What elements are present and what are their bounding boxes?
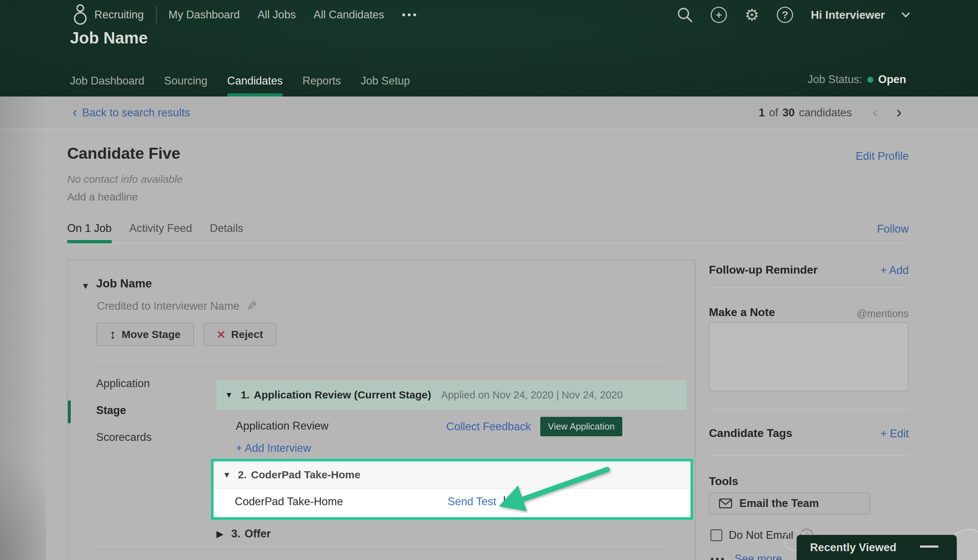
caret-right-icon[interactable]: ▶ (217, 528, 223, 540)
more-options-icon[interactable]: ••• (710, 553, 726, 560)
email-the-team-button[interactable]: Email the Team (709, 492, 870, 514)
candidate-tags-title: Candidate Tags (709, 427, 792, 440)
divider (709, 455, 909, 456)
candidate-tabs: On 1 Job Activity Feed Details (67, 222, 243, 243)
add-headline-link[interactable]: Add a headline (67, 191, 138, 203)
job-status-label: Job Status: (808, 73, 862, 86)
prev-candidate-icon[interactable]: ‹ (872, 103, 878, 120)
tab-details[interactable]: Details (210, 222, 243, 243)
pager-noun: candidates (799, 107, 852, 119)
caret-down-icon[interactable]: ▼ (225, 390, 233, 400)
next-candidate-icon[interactable]: › (896, 103, 901, 120)
stage-actions: ↕ Move Stage ✕ Reject (96, 323, 277, 346)
edit-tags-link[interactable]: + Edit (880, 427, 909, 440)
divider (709, 287, 909, 288)
recently-viewed-panel: Recently Viewed (796, 535, 957, 560)
back-to-search-link[interactable]: ‹ Back to search results (72, 107, 190, 119)
job-page-title: Job Name (70, 28, 148, 47)
user-menu[interactable]: Hi Interviewer (811, 8, 885, 22)
reject-label: Reject (231, 328, 263, 340)
product-name: Recruiting (94, 8, 144, 21)
interview-name: Application Review (236, 420, 328, 432)
mentions-hint[interactable]: @mentions (857, 308, 909, 320)
pager-of: of (769, 107, 778, 119)
tab-candidates[interactable]: Candidates (227, 75, 283, 97)
search-icon[interactable] (677, 7, 693, 23)
top-nav: My Dashboard All Jobs All Candidates (169, 8, 384, 21)
back-to-search-label: Back to search results (82, 107, 190, 119)
collect-feedback-link[interactable]: Collect Feedback (446, 420, 531, 433)
nav-my-dashboard[interactable]: My Dashboard (169, 8, 240, 21)
divider (96, 546, 668, 547)
tab-sourcing[interactable]: Sourcing (164, 75, 207, 97)
move-stage-icon: ↕ (110, 327, 116, 342)
candidate-pager: 1 of 30 candidates ‹ › (759, 106, 901, 120)
coderpad-detail-row: CoderPad Take-Home Send Test | (213, 489, 691, 516)
stage-row-offer: ▶ 3. Offer (217, 527, 271, 540)
nav-all-jobs[interactable]: All Jobs (257, 8, 296, 21)
envelope-icon (719, 498, 732, 509)
follow-link[interactable]: Follow (877, 223, 909, 235)
section-stage[interactable]: Stage (96, 404, 126, 417)
view-application-button[interactable]: View Application (540, 417, 623, 436)
tab-on-1-job[interactable]: On 1 Job (67, 222, 112, 243)
add-reminder-link[interactable]: + Add (880, 264, 909, 277)
tab-activity-feed[interactable]: Activity Feed (129, 222, 192, 243)
chevron-left-icon: ‹ (72, 105, 77, 119)
card-job-title: Job Name (96, 277, 152, 290)
collapse-caret-icon[interactable]: ▼ (81, 281, 90, 291)
brand-row: Recruiting My Dashboard All Jobs All Can… (72, 0, 418, 30)
nav-overflow-icon[interactable]: ••• (402, 9, 419, 21)
app-header: Recruiting My Dashboard All Jobs All Can… (0, 0, 978, 97)
stage-meta: Applied on Nov 24, 2020 | Nov 24, 2020 (441, 389, 623, 401)
send-test-link[interactable]: Send Test (448, 495, 496, 508)
interview-name: CoderPad Take-Home (235, 495, 343, 508)
job-tabs: Job Dashboard Sourcing Candidates Report… (70, 75, 410, 97)
chevron-down-icon[interactable] (901, 9, 910, 17)
divider (709, 409, 909, 410)
interview-actions: Collect Feedback View Application (446, 417, 622, 436)
credited-to-text: Credited to Interviewer Name (97, 300, 239, 313)
credited-row: Credited to Interviewer Name ✎ (97, 299, 257, 313)
tab-reports[interactable]: Reports (302, 75, 341, 97)
pager-total: 30 (783, 107, 795, 119)
quick-add-icon[interactable]: + (711, 7, 727, 23)
recently-viewed-title: Recently Viewed (810, 541, 896, 554)
nav-all-candidates[interactable]: All Candidates (313, 8, 384, 21)
move-stage-button[interactable]: ↕ Move Stage (96, 323, 194, 346)
greenhouse-logo-icon[interactable] (72, 3, 88, 27)
tab-job-setup[interactable]: Job Setup (361, 75, 410, 97)
section-scorecards[interactable]: Scorecards (96, 431, 152, 444)
nav-divider (156, 7, 157, 23)
tour-arrow-annotation (493, 464, 613, 518)
job-status: Job Status: Open (808, 73, 906, 86)
overlay-shadow (0, 97, 46, 560)
job-status-value[interactable]: Open (878, 73, 906, 86)
note-input[interactable] (709, 322, 909, 392)
tools-title: Tools (709, 475, 738, 488)
edit-pencil-icon[interactable]: ✎ (247, 299, 257, 313)
candidate-name: Candidate Five (67, 144, 180, 163)
pager-current: 1 (759, 107, 765, 119)
greenhouse-candidate-page: Recruiting My Dashboard All Jobs All Can… (0, 0, 978, 560)
stage-row-application-review: ▼ 1. Application Review (Current Stage) … (217, 380, 686, 410)
move-stage-label: Move Stage (122, 328, 181, 340)
reject-button[interactable]: ✕ Reject (203, 323, 277, 346)
tab-job-dashboard[interactable]: Job Dashboard (70, 75, 144, 97)
stage-number: 2. (238, 469, 247, 481)
minimize-icon[interactable] (920, 545, 938, 548)
candidate-sidebar: Follow-up Reminder + Add Make a Note @me… (709, 260, 909, 560)
edit-profile-link[interactable]: Edit Profile (856, 150, 909, 163)
section-application[interactable]: Application (96, 377, 150, 390)
see-more-link[interactable]: See more (735, 553, 782, 560)
do-not-email-checkbox[interactable] (710, 529, 722, 541)
caret-down-icon[interactable]: ▼ (223, 470, 231, 480)
gear-icon[interactable]: ⚙ (745, 7, 759, 23)
stage-title: CoderPad Take-Home (251, 469, 361, 481)
add-interview-link[interactable]: + Add Interview (236, 442, 311, 455)
help-icon[interactable]: ? (777, 7, 793, 23)
candidate-contact-info: No contact info available (67, 173, 183, 185)
status-dot-icon (867, 77, 873, 83)
see-more-row: ••• See more (710, 553, 782, 560)
stage-row-coderpad: ▼ 2. CoderPad Take-Home (213, 462, 691, 489)
